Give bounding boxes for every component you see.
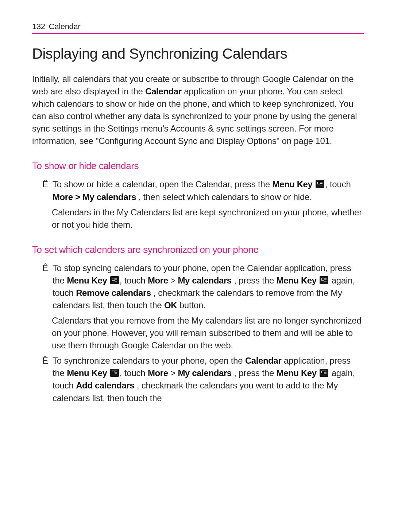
menu-key-label: Menu Key bbox=[277, 368, 317, 378]
bullet-marker: Ê bbox=[42, 178, 48, 191]
menu-key-icon bbox=[320, 276, 328, 284]
page-header: 132 Calendar bbox=[32, 22, 364, 34]
section-heading-show-hide: To show or hide calendars bbox=[32, 160, 364, 172]
calendar-app-name: Calendar bbox=[145, 86, 182, 96]
menu-key-icon bbox=[320, 369, 328, 377]
intro-paragraph: Initially, all calendars that you create… bbox=[32, 73, 364, 147]
bullet-marker: Ê bbox=[42, 355, 48, 367]
menu-key-label: Menu Key bbox=[277, 275, 317, 285]
page-title: Displaying and Synchronizing Calendars bbox=[32, 46, 364, 62]
bullet-item: Ê To show or hide a calendar, open the C… bbox=[42, 178, 364, 203]
text: , press the bbox=[232, 368, 277, 378]
text: button. bbox=[177, 300, 205, 310]
nav-path: More > My calendars bbox=[53, 192, 136, 202]
text bbox=[107, 368, 109, 378]
text: , touch bbox=[120, 275, 148, 285]
manual-page: 132 Calendar Displaying and Synchronizin… bbox=[0, 0, 394, 429]
more-label: More bbox=[148, 275, 168, 285]
menu-key-label: Menu Key bbox=[272, 179, 312, 189]
page-number: 132 bbox=[32, 22, 45, 31]
more-label: More bbox=[148, 368, 168, 378]
text: , then select which calendars to show or… bbox=[136, 192, 312, 202]
text: > bbox=[168, 368, 178, 378]
menu-key-icon bbox=[316, 180, 324, 188]
text: , touch bbox=[120, 368, 148, 378]
text bbox=[107, 275, 109, 285]
bullet-item: Ê To stop syncing calendars to your phon… bbox=[42, 262, 364, 312]
menu-key-label: Menu Key bbox=[67, 368, 107, 378]
text: , touch bbox=[325, 179, 351, 189]
ok-button-label: OK bbox=[164, 300, 177, 310]
add-calendars-label: Add calendars bbox=[76, 380, 134, 390]
text bbox=[317, 368, 319, 378]
menu-key-icon bbox=[110, 369, 119, 377]
bullet-group-1: Ê To show or hide a calendar, open the C… bbox=[42, 178, 364, 231]
text: > bbox=[168, 275, 178, 285]
bullet-group-2: Ê To stop syncing calendars to your phon… bbox=[42, 262, 364, 404]
bullet-item: Ê To synchronize calendars to your phone… bbox=[42, 355, 364, 404]
bullet-continuation: Calendars in the My Calendars list are k… bbox=[52, 206, 364, 231]
text: To synchronize calendars to your phone, … bbox=[53, 356, 245, 365]
text bbox=[313, 179, 315, 189]
calendar-app-name: Calendar bbox=[245, 356, 282, 365]
my-calendars-label: My calendars bbox=[178, 368, 232, 378]
section-name: Calendar bbox=[49, 22, 81, 31]
remove-calendars-label: Remove calendars bbox=[76, 288, 151, 298]
menu-key-label: Menu Key bbox=[67, 275, 107, 285]
menu-key-icon bbox=[110, 276, 119, 284]
section-heading-sync: To set which calenders are synchronized … bbox=[32, 244, 364, 255]
bullet-marker: Ê bbox=[42, 262, 48, 274]
bullet-continuation: Calendars that you remove from the My ca… bbox=[52, 314, 364, 352]
my-calendars-label: My calendars bbox=[178, 275, 232, 285]
text: , press the bbox=[232, 275, 277, 285]
text bbox=[317, 275, 319, 285]
text: To show or hide a calendar, open the Cal… bbox=[53, 179, 272, 189]
